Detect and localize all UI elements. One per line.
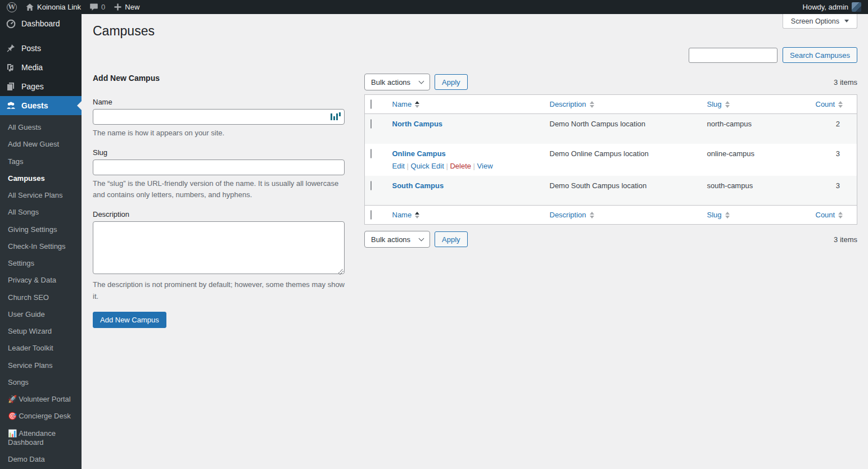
sort-header-count[interactable]: Count — [816, 100, 843, 108]
bulk-actions-select[interactable]: Bulk actions — [364, 74, 430, 90]
submenu-item-demo-data[interactable]: Demo Data — [0, 451, 82, 468]
submenu-item-all-service-plans[interactable]: All Service Plans — [0, 187, 82, 204]
wordpress-admin-screen: W Koinonia Link 0 New Howdy, admin — [0, 0, 868, 469]
sort-header-description[interactable]: Description — [550, 211, 594, 219]
submenu-item-campuses[interactable]: Campuses — [0, 170, 82, 187]
sort-header-description[interactable]: Description — [550, 100, 594, 108]
comment-icon — [90, 3, 98, 11]
table-row: South Campus Demo South Campus location … — [365, 176, 857, 206]
slug-input[interactable] — [93, 160, 345, 175]
sort-header-name[interactable]: Name — [392, 211, 420, 219]
my-account-link[interactable]: Howdy, admin — [803, 2, 861, 12]
campus-count-link[interactable]: 3 — [810, 176, 857, 206]
campus-count-link[interactable]: 3 — [810, 144, 857, 176]
admin-bar-left: W Koinonia Link 0 New — [7, 2, 139, 12]
admin-bar: W Koinonia Link 0 New Howdy, admin — [0, 0, 868, 14]
submenu-item-settings[interactable]: Settings — [0, 255, 82, 272]
sidebar-item-posts[interactable]: Posts — [0, 39, 82, 58]
sidebar-item-dashboard[interactable]: Dashboard — [0, 14, 82, 33]
quick-edit-link[interactable]: Quick Edit — [411, 162, 444, 170]
form-heading: Add New Campus — [93, 74, 345, 83]
guests-submenu: All Guests Add New Guest Tags Campuses A… — [0, 115, 82, 469]
campus-description: Demo North Campus location — [544, 114, 702, 144]
sort-header-slug[interactable]: Slug — [707, 100, 730, 108]
submenu-item-privacy-data[interactable]: Privacy & Data — [0, 272, 82, 289]
submenu-label: Concierge Desk — [19, 412, 71, 420]
row-checkbox[interactable] — [370, 119, 372, 129]
submenu-label: Privacy & Data — [8, 276, 56, 284]
select-all-checkbox[interactable] — [370, 210, 372, 220]
campus-count-link[interactable]: 2 — [810, 114, 857, 144]
campuses-table: Name Description Slug Count North Campus… — [364, 94, 857, 225]
row-checkbox[interactable] — [370, 149, 372, 158]
submenu-item-songs[interactable]: Songs — [0, 374, 82, 391]
campus-slug: online-campus — [702, 144, 810, 176]
submenu-item-concierge-desk[interactable]: 🎯Concierge Desk — [0, 408, 82, 425]
submenu-item-leader-toolkit[interactable]: Leader Toolkit — [0, 340, 82, 357]
column-label: Description — [550, 211, 586, 219]
submenu-item-user-guide[interactable]: User Guide — [0, 306, 82, 323]
form-filler-extension-icon — [331, 112, 341, 120]
bulk-actions-select[interactable]: Bulk actions — [364, 231, 430, 248]
bar-chart-icon: 📊 — [8, 429, 17, 438]
name-input[interactable] — [93, 109, 345, 125]
select-all-checkbox[interactable] — [370, 99, 372, 109]
submenu-label: All Songs — [8, 208, 39, 216]
submenu-item-all-songs[interactable]: All Songs — [0, 204, 82, 221]
submenu-label: Volunteer Portal — [19, 395, 71, 403]
search-input[interactable] — [689, 48, 777, 63]
add-new-campus-button[interactable]: Add New Campus — [93, 312, 166, 328]
submenu-label: Add New Guest — [8, 140, 59, 148]
slug-field-group: Slug The “slug” is the URL-friendly vers… — [93, 148, 345, 201]
submenu-item-tags[interactable]: Tags — [0, 153, 82, 170]
apply-button[interactable]: Apply — [435, 231, 468, 247]
campus-name-link[interactable]: North Campus — [392, 120, 443, 128]
plus-icon — [114, 3, 121, 11]
bulk-actions-label: Bulk actions — [371, 78, 410, 86]
row-checkbox[interactable] — [370, 181, 372, 190]
submenu-item-attendance-dashboard[interactable]: 📊Attendance Dashboard — [0, 425, 82, 452]
sidebar-item-label: Media — [21, 63, 43, 72]
delete-link[interactable]: Delete — [450, 162, 471, 170]
sidebar-item-label: Dashboard — [21, 19, 60, 28]
submenu-item-volunteer-portal[interactable]: 🚀Volunteer Portal — [0, 391, 82, 408]
column-label: Slug — [707, 100, 722, 108]
items-count: 3 items — [834, 78, 857, 86]
submenu-item-check-in-settings[interactable]: Check-In Settings — [0, 238, 82, 255]
add-campus-form: Add New Campus Name The name is how it a… — [93, 74, 345, 328]
sidebar-item-media[interactable]: Media — [0, 58, 82, 77]
sort-header-count[interactable]: Count — [816, 211, 843, 219]
submenu-item-setup-wizard[interactable]: Setup Wizard — [0, 323, 82, 340]
submenu-item-giving-settings[interactable]: Giving Settings — [0, 221, 82, 238]
howdy-text: Howdy, admin — [803, 3, 848, 11]
sort-header-name[interactable]: Name — [392, 100, 420, 108]
search-campuses-button[interactable]: Search Campuses — [783, 47, 857, 63]
screen-options-button[interactable]: Screen Options — [783, 14, 857, 29]
submenu-item-all-guests[interactable]: All Guests — [0, 119, 82, 136]
name-help-text: The name is how it appears on your site. — [93, 128, 345, 139]
campus-list-section: Bulk actions Apply 3 items Name Descript… — [364, 74, 857, 248]
sort-header-slug[interactable]: Slug — [707, 211, 730, 219]
campus-name-link[interactable]: Online Campus — [392, 149, 446, 158]
description-label: Description — [93, 210, 345, 218]
wordpress-logo-icon[interactable]: W — [7, 2, 17, 12]
sidebar-item-guests[interactable]: Guests — [0, 96, 82, 115]
site-name-link[interactable]: Koinonia Link — [26, 3, 81, 11]
edit-link[interactable]: Edit — [392, 162, 405, 170]
view-link[interactable]: View — [477, 162, 493, 170]
sidebar-item-pages[interactable]: Pages — [0, 77, 82, 96]
submenu-item-church-seo[interactable]: Church SEO — [0, 289, 82, 306]
apply-button[interactable]: Apply — [435, 74, 468, 90]
submenu-label: Service Plans — [8, 361, 52, 370]
home-icon — [26, 3, 34, 11]
comments-link[interactable]: 0 — [90, 3, 105, 11]
action-separator: | — [407, 162, 411, 170]
campus-name-link[interactable]: South Campus — [392, 181, 444, 190]
screen-options-label: Screen Options — [791, 17, 839, 25]
submenu-item-add-new-guest[interactable]: Add New Guest — [0, 136, 82, 153]
description-field-group: Description The description is not promi… — [93, 210, 345, 302]
submenu-item-service-plans[interactable]: Service Plans — [0, 357, 82, 374]
new-content-link[interactable]: New — [114, 3, 139, 11]
description-textarea[interactable] — [93, 221, 345, 274]
resize-handle-icon[interactable] — [338, 269, 343, 275]
